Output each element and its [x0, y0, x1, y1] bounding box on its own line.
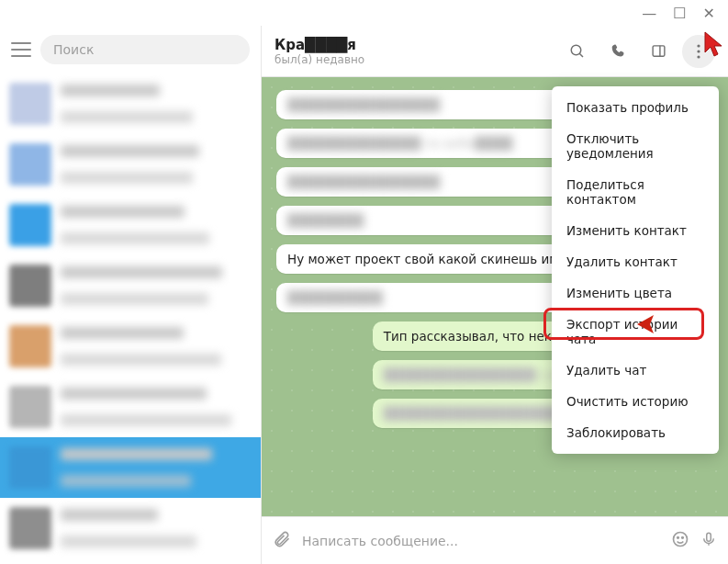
search-input[interactable]: Поиск: [40, 35, 250, 64]
sidebar-toggle-icon[interactable]: [642, 35, 675, 68]
menu-item-6[interactable]: Экспорт истории чата: [552, 309, 719, 355]
menu-item-1[interactable]: Отключить уведомления: [552, 123, 719, 169]
sidebar: Поиск: [0, 26, 262, 564]
menu-item-9[interactable]: Заблокировать: [552, 417, 719, 448]
chat-header: Кра████я был(а) недавно: [262, 26, 728, 77]
menu-item-5[interactable]: Изменить цвета: [552, 277, 719, 309]
avatar: [9, 386, 51, 428]
chat-subtitle: был(а) недавно: [274, 53, 554, 66]
chat-list-item[interactable]: [0, 316, 261, 377]
search-icon[interactable]: [561, 35, 594, 68]
chat-list-item[interactable]: [0, 377, 261, 437]
svg-point-6: [697, 55, 700, 58]
menu-item-7[interactable]: Удалить чат: [552, 355, 719, 386]
menu-item-3[interactable]: Изменить контакт: [552, 215, 719, 246]
emoji-icon[interactable]: [671, 530, 689, 552]
chat-list-item[interactable]: [0, 255, 261, 316]
context-menu: Показать профильОтключить уведомленияПод…: [552, 86, 719, 454]
chat-list-item[interactable]: [0, 134, 261, 195]
menu-item-0[interactable]: Показать профиль: [552, 92, 719, 123]
composer: Написать сообщение...: [262, 516, 728, 564]
attach-icon[interactable]: [273, 530, 291, 552]
svg-rect-2: [653, 46, 665, 56]
chat-list-item[interactable]: [0, 73, 261, 134]
svg-point-0: [571, 45, 581, 55]
avatar: [9, 325, 51, 367]
minimize-button[interactable]: —: [642, 5, 656, 22]
chat-title[interactable]: Кра████я: [274, 37, 554, 53]
avatar: [9, 83, 51, 125]
svg-point-5: [697, 50, 700, 52]
message-input[interactable]: Написать сообщение...: [302, 534, 660, 548]
menu-item-8[interactable]: Очистить историю: [552, 386, 719, 417]
svg-rect-10: [707, 533, 711, 541]
avatar: [9, 507, 51, 549]
chat-list: [0, 73, 261, 564]
avatar: [9, 204, 51, 246]
more-icon[interactable]: [682, 35, 715, 68]
chat-list-item[interactable]: [0, 498, 261, 558]
maximize-button[interactable]: ☐: [673, 5, 686, 22]
svg-point-4: [697, 44, 700, 47]
svg-line-1: [579, 53, 583, 57]
avatar: [9, 446, 51, 489]
chat-main: Кра████я был(а) недавно ████████████████…: [262, 26, 728, 564]
svg-point-8: [678, 536, 679, 538]
avatar: [9, 143, 51, 186]
window-titlebar: — ☐ ✕: [0, 0, 728, 26]
chat-list-item[interactable]: [0, 195, 261, 255]
svg-point-7: [674, 532, 688, 546]
svg-point-9: [682, 536, 684, 538]
menu-item-2[interactable]: Поделиться контактом: [552, 169, 719, 215]
voice-icon[interactable]: [700, 530, 717, 552]
close-button[interactable]: ✕: [703, 5, 715, 22]
call-icon[interactable]: [601, 35, 634, 68]
chat-list-item[interactable]: [0, 437, 261, 498]
menu-item-4[interactable]: Удалить контакт: [552, 246, 719, 277]
menu-button[interactable]: [11, 42, 31, 57]
avatar: [9, 265, 51, 307]
